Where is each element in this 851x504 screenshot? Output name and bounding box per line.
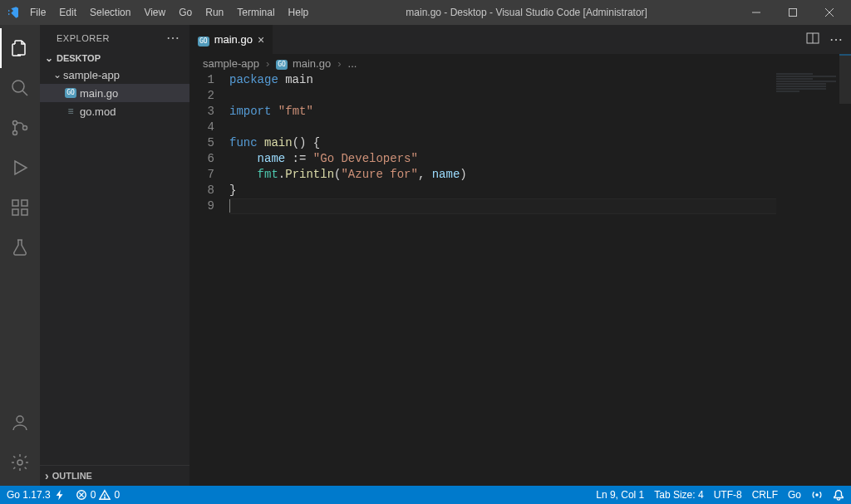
tab-close-icon[interactable]: ×	[258, 33, 264, 46]
token-keyword: import	[229, 105, 271, 118]
warning-icon	[99, 489, 111, 501]
activity-source-control-icon[interactable]	[0, 108, 40, 148]
minimap[interactable]	[773, 72, 839, 122]
activity-testing-icon[interactable]	[0, 228, 40, 267]
svg-rect-10	[12, 209, 18, 215]
status-notifications-icon[interactable]	[833, 489, 844, 501]
token-plain: )	[460, 168, 466, 181]
tree-folder-sample-app[interactable]: ⌄ sample-app	[40, 66, 189, 84]
go-file-icon: GO	[276, 56, 288, 70]
token-identifier: main	[278, 73, 313, 86]
breadcrumb-more[interactable]: ...	[348, 57, 357, 70]
svg-rect-11	[22, 209, 27, 215]
status-warning-count: 0	[114, 489, 120, 501]
menu-help[interactable]: Help	[282, 7, 316, 18]
svg-rect-9	[12, 200, 18, 206]
line-number: 4	[189, 120, 229, 135]
code-editor[interactable]: 1 2 3 4 5 6 7 8 9 package main import "f…	[189, 72, 851, 486]
activity-bar	[0, 25, 40, 486]
breadcrumb-file[interactable]: main.go	[293, 57, 331, 70]
editor-more-icon[interactable]	[829, 32, 843, 47]
token-plain: ,	[418, 168, 432, 181]
tab-main-go[interactable]: GO main.go ×	[189, 25, 273, 54]
workspace-section[interactable]: ⌄ DESKTOP	[40, 51, 189, 66]
status-feedback-icon[interactable]	[811, 489, 823, 501]
file-tree: ⌄ sample-app GO main.go ≡ go.mod	[40, 66, 189, 120]
menu-run[interactable]: Run	[199, 7, 230, 18]
svg-line-5	[22, 91, 27, 95]
window-controls	[738, 0, 848, 25]
menu-view[interactable]: View	[137, 7, 172, 18]
vertical-scrollbar[interactable]	[839, 54, 851, 486]
status-language[interactable]: Go	[788, 489, 801, 501]
code-lines[interactable]: package main import "fmt" func main() { …	[229, 72, 851, 486]
token-operator: :=	[285, 152, 313, 165]
token-keyword: func	[229, 136, 258, 149]
outline-section[interactable]: › OUTLINE	[40, 465, 189, 486]
editor-region: GO main.go × sample-app › GO main.go › .…	[189, 25, 851, 486]
status-problems[interactable]: 0 0	[76, 489, 120, 501]
broadcast-icon	[811, 489, 823, 501]
tree-file-main-go[interactable]: GO main.go	[40, 84, 189, 102]
activity-explorer-icon[interactable]	[0, 28, 40, 68]
chevron-right-icon: ›	[264, 57, 271, 70]
activity-settings-icon[interactable]	[0, 443, 40, 482]
status-label: Go 1.17.3	[7, 489, 51, 501]
chevron-down-icon: ⌄	[52, 69, 63, 81]
explorer-title: EXPLORER	[57, 33, 110, 43]
menu-terminal[interactable]: Terminal	[230, 7, 281, 18]
status-go-version[interactable]: Go 1.17.3	[7, 489, 66, 501]
chevron-right-icon: ›	[45, 469, 49, 482]
menu-selection[interactable]: Selection	[83, 7, 137, 18]
line-number: 8	[189, 183, 229, 198]
status-eol[interactable]: CRLF	[752, 489, 778, 501]
svg-point-14	[17, 460, 22, 465]
error-icon	[76, 489, 87, 501]
chevron-down-icon: ⌄	[45, 52, 53, 64]
window-title: main.go - Desktop - Visual Studio Code […	[315, 7, 738, 18]
svg-rect-1	[790, 9, 797, 17]
scrollbar-thumb[interactable]	[839, 54, 851, 104]
go-file-icon: GO	[63, 88, 78, 98]
file-label: go.mod	[80, 105, 116, 118]
svg-point-22	[815, 493, 819, 497]
split-editor-icon[interactable]	[806, 32, 819, 48]
title-bar: File Edit Selection View Go Run Terminal…	[0, 0, 851, 25]
current-line-highlight	[229, 198, 776, 214]
token-keyword: package	[229, 73, 278, 86]
token-string: "fmt"	[271, 105, 312, 118]
activity-run-debug-icon[interactable]	[0, 148, 40, 188]
outline-label: OUTLINE	[52, 471, 92, 481]
menu-edit[interactable]: Edit	[52, 7, 83, 18]
breadcrumbs[interactable]: sample-app › GO main.go › ...	[189, 54, 851, 72]
breadcrumb-folder[interactable]: sample-app	[203, 57, 259, 70]
menu-file[interactable]: File	[23, 7, 52, 18]
close-button[interactable]	[811, 0, 848, 25]
menu-go[interactable]: Go	[172, 7, 199, 18]
token-indent	[229, 152, 258, 165]
line-number: 6	[189, 151, 229, 167]
bell-icon	[833, 489, 844, 501]
svg-point-21	[105, 497, 106, 498]
token-function: main	[258, 136, 293, 149]
token-plain: .	[278, 168, 285, 181]
line-number: 2	[189, 88, 229, 104]
status-bar: Go 1.17.3 0 0 Ln 9, Col 1 Tab Size: 4 UT…	[0, 486, 851, 504]
activity-search-icon[interactable]	[0, 68, 40, 108]
token-plain: () {	[293, 136, 321, 149]
explorer-more-icon[interactable]	[166, 30, 180, 46]
maximize-button[interactable]	[775, 0, 811, 25]
tree-file-go-mod[interactable]: ≡ go.mod	[40, 102, 189, 120]
file-label: main.go	[80, 87, 118, 100]
minimize-button[interactable]	[738, 0, 775, 25]
status-encoding[interactable]: UTF-8	[714, 489, 742, 501]
token-string: "Go Developers"	[313, 152, 418, 165]
status-tab-size[interactable]: Tab Size: 4	[654, 489, 703, 501]
activity-extensions-icon[interactable]	[0, 188, 40, 228]
svg-point-8	[23, 126, 27, 130]
lightning-icon	[54, 489, 66, 501]
status-cursor-position[interactable]: Ln 9, Col 1	[596, 489, 644, 501]
activity-accounts-icon[interactable]	[0, 403, 40, 443]
line-number: 7	[189, 167, 229, 183]
workspace-name: DESKTOP	[57, 53, 101, 63]
